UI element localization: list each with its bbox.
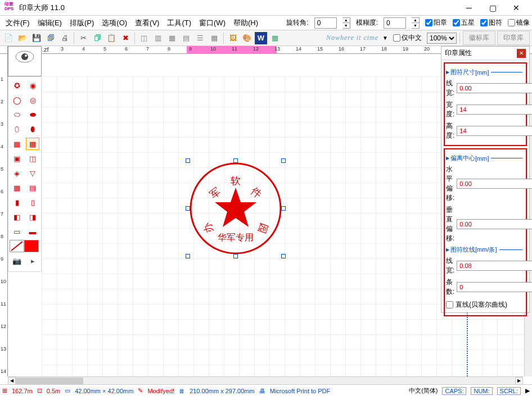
tool-oval2[interactable]: ⬮: [26, 123, 39, 135]
opt-symbol[interactable]: 图符: [480, 18, 502, 28]
menu-layout[interactable]: 排版(P): [66, 16, 97, 30]
shape6-icon[interactable]: ▩: [208, 32, 220, 44]
copy-doc-icon[interactable]: 🗐: [44, 32, 57, 44]
badge-lib-button[interactable]: 徽标库: [463, 31, 495, 45]
tool-grid2[interactable]: ▩: [26, 138, 39, 150]
voffset-input[interactable]: [457, 219, 532, 229]
rotate-input[interactable]: [314, 17, 337, 29]
tool-target[interactable]: ◉: [26, 79, 39, 92]
opt-star[interactable]: 五星: [453, 18, 475, 28]
svg-text:软: 软: [231, 175, 241, 187]
zoom-select[interactable]: 100%: [427, 33, 457, 44]
handle-tl[interactable]: [186, 158, 190, 163]
shape4-icon[interactable]: ▤: [180, 32, 192, 44]
minimize-button[interactable]: ─: [458, 1, 480, 15]
img-icon[interactable]: 🖼: [227, 32, 239, 44]
menu-file[interactable]: 文件(F): [2, 16, 33, 30]
doc-icon[interactable]: ▦: [269, 32, 281, 44]
rotate-spinner[interactable]: ▲▼: [342, 17, 350, 29]
tool-circle2[interactable]: ◎: [26, 94, 39, 106]
handle-mr[interactable]: [281, 206, 286, 211]
seal-lib-button[interactable]: 印章库: [497, 31, 530, 45]
menu-help[interactable]: 帮助(H): [230, 16, 262, 30]
tool-rect1[interactable]: ▣: [10, 152, 24, 165]
seal-object[interactable]: 军 软 件 园 办 华军专用: [188, 161, 283, 256]
menu-options[interactable]: 选项(O): [98, 16, 130, 30]
new-icon[interactable]: 📄: [2, 32, 15, 44]
blur-spinner[interactable]: ▲▼: [412, 17, 420, 29]
tool-half2[interactable]: ▬: [26, 225, 39, 238]
sec-size: 图符尺寸[mm]: [446, 68, 525, 76]
ruler-corner: [0, 46, 8, 54]
tool-sq2[interactable]: ◨: [26, 211, 39, 223]
tool-grid3[interactable]: ▦: [10, 181, 24, 194]
print-icon[interactable]: 🖨: [58, 32, 71, 44]
color-none[interactable]: [10, 240, 24, 252]
tool-ellipse2[interactable]: ⬬: [26, 108, 39, 121]
tool-half1[interactable]: ▭: [10, 225, 24, 238]
handle-ml[interactable]: [186, 206, 190, 211]
tool-diamond[interactable]: ◈: [10, 167, 24, 179]
close-button[interactable]: ✕: [505, 1, 528, 15]
handle-tr[interactable]: [281, 158, 286, 163]
maximize-button[interactable]: ▢: [481, 1, 504, 15]
tool-grid1[interactable]: ▦: [10, 138, 24, 150]
delete-icon[interactable]: ✖: [119, 32, 132, 44]
opt-mirror[interactable]: 镜像: [508, 18, 530, 28]
only-cn[interactable]: 仅中文: [393, 33, 422, 43]
tool-rect2[interactable]: ◫: [26, 152, 39, 165]
save-icon[interactable]: 💾: [30, 32, 43, 44]
shape3-icon[interactable]: ▦: [166, 32, 178, 44]
open-icon[interactable]: 📂: [16, 32, 29, 44]
copy-icon[interactable]: 🗍: [91, 32, 103, 44]
tool-cam[interactable]: 📷: [10, 254, 24, 267]
linewidth-input[interactable]: [457, 83, 532, 93]
shape5-icon[interactable]: ☰: [194, 32, 206, 44]
panel-close-button[interactable]: ✕: [517, 49, 526, 58]
handle-bc[interactable]: [233, 254, 238, 258]
tex-linewidth-input[interactable]: [457, 261, 532, 271]
tool-oval1[interactable]: ⬯: [10, 123, 24, 135]
tool-tri[interactable]: ▽: [26, 167, 39, 179]
tool-star[interactable]: ✪: [10, 79, 24, 92]
status-size: 42.00mm × 42.00mm: [75, 388, 133, 394]
shape1-icon[interactable]: ◫: [138, 32, 150, 44]
menu-window[interactable]: 窗口(W): [196, 16, 229, 30]
h-scrollbar[interactable]: ◀▶: [8, 376, 523, 384]
svg-line-3: [11, 242, 22, 251]
cut-icon[interactable]: ✂: [77, 32, 89, 44]
rotate-label: 旋转角:: [286, 18, 308, 28]
menu-edit[interactable]: 编辑(E): [34, 16, 65, 30]
pal-icon[interactable]: 🎨: [241, 32, 253, 44]
handle-br[interactable]: [281, 254, 286, 258]
handle-tc[interactable]: [233, 158, 238, 163]
svg-text:办: 办: [201, 221, 215, 235]
v-ruler: 1234567891011121314: [0, 54, 8, 376]
tool-ellipse1[interactable]: ⬭: [10, 108, 24, 121]
svg-text:园: 园: [256, 221, 270, 235]
sec-texture: 图符纹线[mm/条]: [446, 246, 525, 254]
hoffset-input[interactable]: [457, 179, 532, 189]
bezier-check[interactable]: 直线(贝塞尔曲线): [446, 300, 525, 310]
w-icon[interactable]: W: [255, 32, 267, 44]
tool-col2[interactable]: ▯: [26, 196, 39, 208]
tool-col1[interactable]: ▮: [10, 196, 24, 208]
menu-tools[interactable]: 工具(T): [164, 16, 195, 30]
paste-icon[interactable]: 📋: [105, 32, 118, 44]
tool-sq1[interactable]: ◧: [10, 211, 24, 223]
color-red[interactable]: [24, 240, 39, 252]
tool-circle1[interactable]: ◯: [10, 94, 24, 106]
tex-count-input[interactable]: [457, 282, 532, 292]
height-input[interactable]: [457, 126, 532, 136]
blur-input[interactable]: [384, 17, 406, 29]
tool-more[interactable]: ▸: [26, 254, 39, 267]
shape2-icon[interactable]: ▥: [152, 32, 164, 44]
opt-yang[interactable]: 阳章: [425, 18, 447, 28]
menu-view[interactable]: 查看(V): [132, 16, 163, 30]
tool-grid4[interactable]: ▤: [26, 181, 39, 194]
file-tab[interactable]: .zf: [42, 46, 49, 53]
blur-label: 模糊度:: [356, 18, 378, 28]
width-input[interactable]: [457, 104, 532, 115]
handle-bl[interactable]: [186, 254, 190, 258]
main-area: 12345678910111213141516171819202122 1234…: [0, 46, 532, 384]
